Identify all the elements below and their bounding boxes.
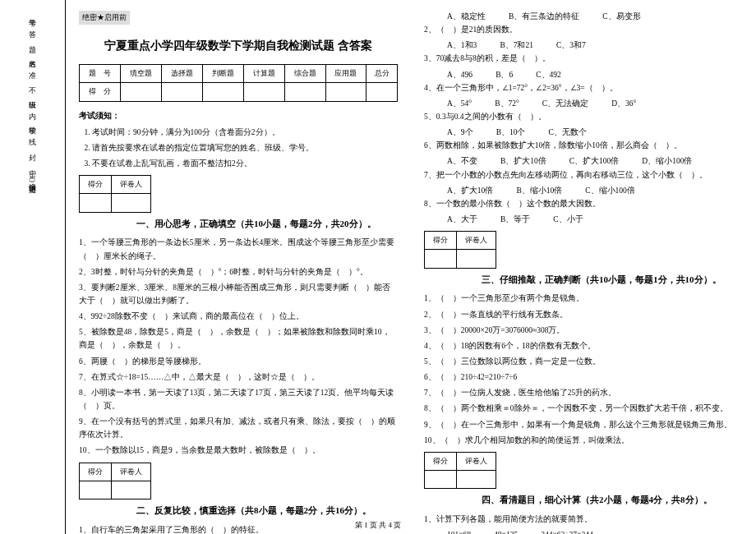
s1-q7: 7、在算式☆÷18=15……△中，△最大是（ ），这时☆是（ ）。 — [79, 371, 398, 384]
s3-q4: 4、（ ）18的因数有6个，18的倍数有无数个。 — [424, 339, 743, 352]
grader-label: 评卷人 — [112, 176, 151, 194]
section-4-heading: 四、看清题目，细心计算（共2小题，每题4分，共8分）。 — [424, 492, 743, 508]
binding-zone-5: 线 — [27, 132, 38, 135]
list-item: 不要在试卷上乱写乱画，卷面不整洁扣2分。 — [92, 157, 398, 170]
s2-q1-opts: A、稳定性B、有三条边的特征C、易变形 — [424, 10, 743, 23]
s3-q9: 9、（ ）在一个三角形中，如果有一个角是锐角，那么这个三角形就是锐角三角形。 — [424, 418, 743, 431]
section-1-heading: 一、用心思考，正确填空（共10小题，每题2分，共20分）。 — [79, 216, 398, 232]
list-item: 请首先按要求在试卷的指定位置填写您的姓名、班级、学号。 — [92, 141, 398, 154]
s2-q8: 8、一个数的最小倍数（ ）这个数的最大因数。 — [424, 197, 743, 210]
binding-zone-2: 准 — [27, 66, 38, 68]
s3-q5: 5、（ ）三位数除以两位数，商一定是一位数。 — [424, 355, 743, 368]
score-header-table: 题 号 填空题 选择题 判断题 计算题 综合题 应用题 总分 得 分 — [79, 64, 398, 102]
section-score-box: 得分评卷人 — [79, 463, 151, 500]
column-right: A、稳定性B、有三条边的特征C、易变形 2、（ ）是21的质因数。 A、1和3B… — [411, 0, 756, 534]
column-left: 绝密★启用前 宁夏重点小学四年级数学下学期自我检测试题 含答案 题 号 填空题 … — [66, 0, 411, 534]
s2-q5: 5、0.3与0.4之间的小数有（ ）。 — [424, 110, 743, 123]
binding-zone-7: 密 — [27, 163, 38, 166]
section-score-box: 得分评卷人 — [424, 452, 496, 490]
hdr-cell: 填空题 — [120, 65, 161, 83]
s3-q8: 8、（ ）两个数相乘＝0除外＝，一个因数不变，另一个因数扩大若干倍，积不变。 — [424, 402, 743, 415]
table-row: 题 号 填空题 选择题 判断题 计算题 综合题 应用题 总分 — [80, 65, 398, 83]
hdr-cell: 题 号 — [80, 65, 121, 83]
hdr-cell: 总分 — [366, 65, 398, 83]
content-area: 绝密★启用前 宁夏重点小学四年级数学下学期自我检测试题 含答案 题 号 填空题 … — [66, 0, 756, 534]
s1-q3: 3、要判断2厘米、3厘米、8厘米的三根小棒能否围成三角形，则只需要判断（ ）能否… — [79, 281, 398, 307]
binding-field-xz: 乡镇(街道) — [27, 177, 38, 182]
s3-q7: 7、（ ）一位病人发烧，医生给他输了25升的药水。 — [424, 386, 743, 399]
s1-q8: 8、小明读一本书，第一天读了13页，第二天读了17页，第三天读了12页。他平均每… — [79, 386, 398, 412]
page-footer: 第 1 页 共 4 页 — [0, 520, 756, 531]
s1-q9: 9、在一个没有括号的算式里，如果只有加、减法，或者只有乘、除法，要按（ ）的顺序… — [79, 415, 398, 441]
section-3-heading: 三、仔细推敲，正确判断（共10小题，每题1分，共10分）。 — [424, 272, 743, 288]
notice-title: 考试须知： — [79, 108, 398, 122]
notice-list: 考试时间：90分钟，满分为100分（含卷面分2分）。 请首先按要求在试卷的指定位… — [79, 126, 398, 170]
s2-q6: 6、两数相除，如果被除数扩大10倍，除数缩小10倍，那么商会（ ）。 — [424, 139, 743, 152]
s1-q6: 6、两腰（ ）的梯形是等腰梯形。 — [79, 355, 398, 368]
s1-q1: 1、一个等腰三角形的一条边长5厘米，另一条边长4厘米。围成这个等腰三角形至少需要… — [79, 236, 398, 262]
hdr-cell: 综合题 — [284, 65, 325, 83]
s3-q1: 1、（ ）一个三角形至少有两个角是锐角。 — [424, 292, 743, 305]
s2-q4: 4、在一个三角形中，∠1=72°，∠2=36°，∠3=（ ）。 — [424, 81, 743, 94]
binding-margin: 学号 答 题 姓名 准 不 班级 内 学校 线 封 密 乡镇(街道) — [0, 0, 66, 534]
exam-title: 宁夏重点小学四年级数学下学期自我检测试题 含答案 — [79, 36, 398, 56]
section-2-heading: 二、反复比较，慎重选择（共8小题，每题2分，共16分）。 — [79, 503, 398, 518]
hdr-cell: 判断题 — [202, 65, 243, 83]
s3-q2: 2、（ ）一条直线的平行线有无数条。 — [424, 308, 743, 321]
s1-q2: 2、3时整，时针与分针的夹角是（ ）°；6时整，时针与分针的夹角是（ ）°。 — [79, 265, 398, 279]
binding-zone-1: 题 — [27, 40, 38, 43]
s2-q2: 2、（ ）是21的质因数。 — [424, 23, 743, 36]
s1-q4: 4、992÷28除数不变（ ）来试商，商的最高位在（ ）位上。 — [79, 310, 398, 323]
binding-zone-3: 不 — [27, 81, 38, 84]
hdr-cell: 得 分 — [80, 83, 121, 101]
hdr-cell: 计算题 — [243, 65, 284, 83]
s3-q6: 6、（ ）210÷42=210÷7÷6 — [424, 371, 743, 384]
list-item: 考试时间：90分钟，满分为100分（含卷面分2分）。 — [92, 126, 398, 139]
section-score-box: 得分评卷人 — [79, 175, 151, 213]
hdr-cell: 选择题 — [161, 65, 202, 83]
page-wrapper: 学号 答 题 姓名 准 不 班级 内 学校 线 封 密 乡镇(街道) 绝密★启用… — [0, 0, 756, 534]
s3-q10: 10、（ ）求几个相同加数的和的简便运算，叫做乘法。 — [424, 434, 743, 447]
s1-q10: 10、一个数除以15，商是9，当余数是最大数时，被除数是（ ）。 — [79, 444, 398, 457]
binding-zone-4: 内 — [27, 107, 38, 109]
table-row: 得 分 — [80, 83, 398, 101]
s1-q5: 5、被除数是48，除数是5，商是（ ），余数是（ ）；如果被除数和除数同时乘10… — [79, 325, 398, 352]
s2-q3: 3、70减去8与8的积，差是（ ）。 — [424, 52, 743, 65]
s3-q3: 3、（ ）20000×20万=3076000≈308万。 — [424, 324, 743, 337]
s2-q7: 7、把一个小数的小数点先向左移动两位，再向右移动三位，这个小数（ ）。 — [424, 168, 743, 182]
score-label: 得分 — [80, 176, 112, 194]
binding-zone-6: 封 — [27, 148, 38, 150]
section-score-box: 得分评卷人 — [424, 231, 496, 269]
hdr-cell: 应用题 — [325, 65, 366, 83]
secret-badge: 绝密★启用前 — [79, 11, 130, 25]
binding-zone-0: 答 — [27, 25, 38, 27]
